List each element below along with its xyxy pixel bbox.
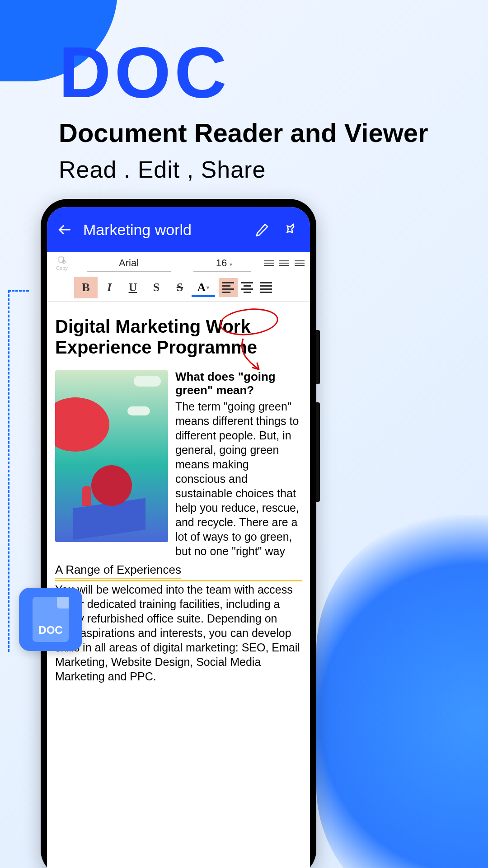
doc-section-title: A Range of Experiences [55,563,181,579]
align-left-button[interactable] [219,278,238,297]
format-toolbar: Copy Arial 16▾ B I U S S A [47,252,310,302]
document-body[interactable]: Digital Marketing Work Experience Progra… [47,302,310,868]
pencil-icon [255,222,269,237]
numbered-list-button[interactable] [264,258,274,268]
promo-block: DOC Document Reader and Viewer Read . Ed… [59,36,428,183]
settings-list-button[interactable] [295,258,305,268]
bg-decor-bottom-right [316,515,488,868]
bold-button[interactable]: B [74,277,98,298]
underline-button[interactable]: U [121,277,145,298]
app-header: Marketing world [47,207,310,252]
phone-mockup: Marketing world Copy Arial 16▾ [41,199,316,868]
pin-button[interactable] [280,222,300,237]
copy-icon [56,255,67,264]
copy-button[interactable]: Copy [51,254,73,272]
doc-image [55,370,168,558]
doc-section-body: You will be welcomed into the team with … [55,580,302,684]
arrow-left-icon [57,222,72,237]
phone-side-button [316,330,320,384]
align-center-button[interactable] [238,278,257,297]
back-button[interactable] [57,222,75,237]
font-size-select[interactable]: 16▾ [184,257,264,269]
phone-side-button [316,402,320,502]
doc-badge-label: DOC [38,624,62,637]
align-justify-button[interactable] [257,278,276,297]
document-title-header: Marketing world [83,221,244,239]
strikethrough-button[interactable]: S [168,277,192,298]
annotation-arrow-icon [234,334,270,375]
style-s-button[interactable]: S [145,277,168,298]
font-family-select[interactable]: Arial [73,257,184,269]
edit-button[interactable] [252,222,272,237]
illustration-placeholder [55,370,168,542]
doc-heading: Digital Marketing Work Experience Progra… [55,316,302,358]
italic-button[interactable]: I [98,277,121,298]
bullet-list-button[interactable] [279,258,289,268]
app-screen: Marketing world Copy Arial 16▾ [47,207,310,868]
promo-subtitle: Document Reader and Viewer [59,118,428,148]
doc-badge: DOC [19,588,82,651]
font-color-button[interactable]: A [192,280,215,297]
promo-tagline: Read . Edit , Share [59,156,428,183]
promo-title: DOC [59,36,428,108]
pin-icon [283,222,297,237]
doc-paragraph: The term "going green" means different t… [175,399,302,558]
